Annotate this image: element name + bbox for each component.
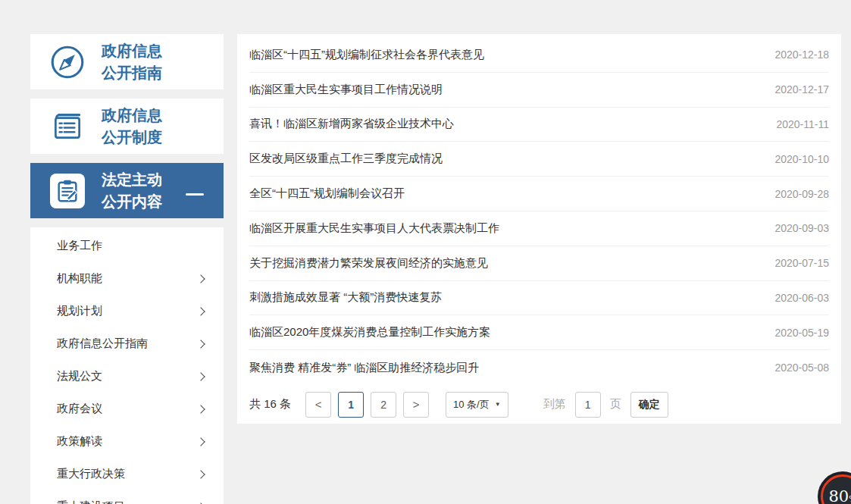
news-row: 喜讯！临淄区新增两家省级企业技术中心2020-11-11 xyxy=(249,108,829,142)
sidebar-block-label: 政府信息 公开指南 xyxy=(102,40,162,84)
news-title-link[interactable]: 喜讯！临淄区新增两家省级企业技术中心 xyxy=(249,117,454,131)
sidebar-block-label: 法定主动 公开内容 xyxy=(102,169,162,213)
sidebar-menu-item-label: 法规公文 xyxy=(57,369,102,383)
news-date: 2020-05-19 xyxy=(774,327,829,339)
news-date: 2020-11-11 xyxy=(776,118,829,130)
goto-confirm-button[interactable]: 确定 xyxy=(630,392,668,418)
goto-page-suffix: 页 xyxy=(610,397,621,412)
news-title-link[interactable]: 全区“十四五”规划编制会议召开 xyxy=(249,186,405,201)
sidebar-menu-item-label: 重大建设项目 xyxy=(57,499,125,504)
news-row: 刺激措施成效显著 “大额”消费快速复苏2020-06-03 xyxy=(249,281,829,316)
next-page-button[interactable]: > xyxy=(403,392,429,418)
sidebar-menu-item[interactable]: 重大建设项目 xyxy=(30,490,224,504)
sidebar-block-statutory-disclosure[interactable]: 法定主动 公开内容 xyxy=(30,163,224,218)
page-number-button[interactable]: 1 xyxy=(338,392,364,418)
page-number-buttons: 12 xyxy=(338,392,403,418)
collapse-minus-icon xyxy=(186,193,204,196)
sidebar-block-gov-info-guide[interactable]: 政府信息 公开指南 xyxy=(30,34,224,89)
news-title-link[interactable]: 刺激措施成效显著 “大额”消费快速复苏 xyxy=(249,290,442,305)
news-row: 全区“十四五”规划编制会议召开2020-09-28 xyxy=(249,177,829,211)
sidebar-menu-item[interactable]: 重大行政决策 xyxy=(30,458,224,490)
news-date: 2020-09-03 xyxy=(774,222,829,234)
zoom-percentage: 80 xyxy=(828,487,849,504)
sidebar-menu-item[interactable]: 政策解读 xyxy=(30,425,224,458)
compass-icon xyxy=(45,43,89,81)
pagination-total: 共 16 条 xyxy=(249,397,291,412)
news-title-link[interactable]: 临淄区“十四五”规划编制征求社会各界代表意见 xyxy=(249,48,484,62)
news-row: 临淄区2020年度煤炭消费总量控制工作实施方案2020-05-19 xyxy=(249,315,829,350)
news-row: 临淄区“十四五”规划编制征求社会各界代表意见2020-12-18 xyxy=(249,38,829,73)
book-icon xyxy=(45,108,89,146)
news-panel: 临淄区“十四五”规划编制征求社会各界代表意见2020-12-18临淄区重大民生实… xyxy=(237,34,841,424)
news-list: 临淄区“十四五”规划编制征求社会各界代表意见2020-12-18临淄区重大民生实… xyxy=(237,38,841,385)
news-date: 2020-09-28 xyxy=(774,188,829,200)
page-size-select[interactable]: 10 条/页 ▼ xyxy=(446,392,508,418)
sidebar-menu-item-label: 规划计划 xyxy=(57,304,102,318)
sidebar-menu-item[interactable]: 政府信息公开指南 xyxy=(30,327,224,360)
clipboard-pen-icon xyxy=(45,174,89,208)
goto-page-input[interactable] xyxy=(575,392,601,418)
sidebar-menu-item-label: 政府信息公开指南 xyxy=(57,337,148,351)
sidebar: 政府信息 公开指南 政府信息 公开制度 xyxy=(30,34,224,504)
sidebar-menu-item-label: 政府会议 xyxy=(57,402,102,416)
sidebar-menu-item[interactable]: 法规公文 xyxy=(30,360,224,393)
chevron-right-icon xyxy=(196,372,205,380)
news-title-link[interactable]: 临淄区重大民生实事项目工作情况说明 xyxy=(249,83,443,97)
news-row: 聚焦消费 精准发“券” 临淄区助推经济稳步回升2020-05-08 xyxy=(249,350,829,385)
chevron-right-icon xyxy=(196,405,205,413)
news-date: 2020-07-15 xyxy=(774,257,829,269)
zoom-ring-icon: 80 % xyxy=(821,474,851,504)
caret-down-icon: ▼ xyxy=(495,401,501,408)
news-row: 临淄区开展重大民生实事项目人大代表票决制工作2020-09-03 xyxy=(249,211,829,246)
news-row: 关于挖掘消费潜力繁荣发展夜间经济的实施意见2020-07-15 xyxy=(249,246,829,281)
news-date: 2020-10-10 xyxy=(774,153,829,165)
chevron-right-icon xyxy=(196,340,205,348)
news-title-link[interactable]: 临淄区开展重大民生实事项目人大代表票决制工作 xyxy=(249,221,499,236)
chevron-right-icon xyxy=(196,437,205,446)
news-date: 2020-12-18 xyxy=(774,49,829,61)
news-date: 2020-12-17 xyxy=(774,83,829,95)
news-row: 区发改局区级重点工作三季度完成情况2020-10-10 xyxy=(249,142,829,177)
sidebar-menu-item-label: 机构职能 xyxy=(57,271,102,286)
sidebar-menu-item-label: 重大行政决策 xyxy=(57,467,125,481)
sidebar-block-label: 政府信息 公开制度 xyxy=(102,105,162,149)
news-date: 2020-06-03 xyxy=(774,292,829,304)
news-date: 2020-05-08 xyxy=(774,362,829,374)
news-title-link[interactable]: 关于挖掘消费潜力繁荣发展夜间经济的实施意见 xyxy=(249,256,488,271)
sidebar-menu: 业务工作机构职能规划计划政府信息公开指南法规公文政府会议政策解读重大行政决策重大… xyxy=(30,227,224,504)
sidebar-menu-item[interactable]: 机构职能 xyxy=(30,262,224,295)
pagination-bar: 共 16 条 < 12 > 10 条/页 ▼ 到第 页 确定 xyxy=(237,385,841,424)
sidebar-block-gov-info-system[interactable]: 政府信息 公开制度 xyxy=(30,99,224,154)
sidebar-menu-item[interactable]: 政府会议 xyxy=(30,393,224,425)
prev-page-button[interactable]: < xyxy=(305,392,331,418)
news-title-link[interactable]: 区发改局区级重点工作三季度完成情况 xyxy=(249,152,443,166)
sidebar-menu-item-label: 政策解读 xyxy=(57,434,102,449)
news-title-link[interactable]: 聚焦消费 精准发“券” 临淄区助推经济稳步回升 xyxy=(249,361,479,375)
chevron-right-icon xyxy=(196,274,205,283)
goto-page-prefix: 到第 xyxy=(543,397,566,412)
chevron-right-icon xyxy=(196,307,205,315)
page-size-label: 10 条/页 xyxy=(453,398,490,412)
news-row: 临淄区重大民生实事项目工作情况说明2020-12-17 xyxy=(249,73,829,108)
page-zoom-widget[interactable]: 80 % xyxy=(818,471,851,504)
sidebar-menu-item[interactable]: 业务工作 xyxy=(30,230,224,262)
sidebar-menu-item[interactable]: 规划计划 xyxy=(30,295,224,327)
sidebar-menu-item-label: 业务工作 xyxy=(57,239,102,253)
page-number-button[interactable]: 2 xyxy=(371,392,396,418)
chevron-right-icon xyxy=(196,470,205,478)
news-title-link[interactable]: 临淄区2020年度煤炭消费总量控制工作实施方案 xyxy=(249,325,490,340)
